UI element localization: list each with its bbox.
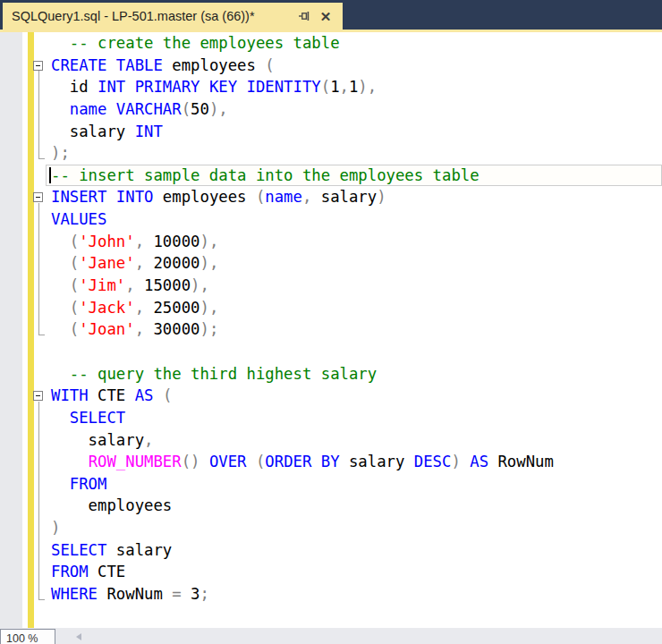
code-token: , xyxy=(135,320,144,338)
code-token: 25000 xyxy=(144,299,199,317)
code-line[interactable]: WHERE RowNum = 3; xyxy=(0,583,662,606)
code-line[interactable]: SELECT salary xyxy=(0,539,662,562)
code-line[interactable]: -- query the third highest salary xyxy=(0,363,662,386)
code-line[interactable]: INSERT INTO employees (name, salary) xyxy=(0,186,662,208)
fold-toggle-icon[interactable] xyxy=(33,61,43,71)
code-token: ), xyxy=(200,299,219,317)
scroll-left-arrow-icon[interactable] xyxy=(76,633,81,640)
code-token: CREATE TABLE xyxy=(51,56,163,74)
fold-toggle-icon[interactable] xyxy=(33,192,43,202)
fold-outline-bracket xyxy=(38,203,45,335)
code-token xyxy=(153,386,162,404)
code-token: FROM xyxy=(70,475,107,493)
code-token xyxy=(182,585,191,603)
code-token: ( xyxy=(51,233,79,250)
code-line[interactable]: ('Jane', 20000), xyxy=(0,252,662,275)
code-token: 1 xyxy=(349,78,358,96)
code-token: , xyxy=(302,188,311,206)
document-tab[interactable]: SQLQuery1.sql - LP-501.master (sa (66))*… xyxy=(3,3,343,30)
code-token: INT xyxy=(135,123,163,140)
code-token: employees xyxy=(163,56,265,74)
code-token: 15000 xyxy=(135,276,191,294)
code-token: salary xyxy=(106,541,172,559)
code-line[interactable]: ('Jack', 25000), xyxy=(0,297,662,319)
code-token: ROW_NUMBER xyxy=(89,453,182,470)
code-line[interactable]: SELECT xyxy=(0,407,662,429)
ssms-window: SQLQuery1.sql - LP-501.master (sa (66))*… xyxy=(0,0,662,644)
tab-bar: SQLQuery1.sql - LP-501.master (sa (66))*… xyxy=(0,0,662,30)
code-line[interactable]: -- create the employees table xyxy=(0,32,662,55)
code-editor[interactable]: -- create the employees tableCREATE TABL… xyxy=(0,32,662,628)
code-line[interactable]: ROW_NUMBER() OVER (ORDER BY salary DESC)… xyxy=(0,451,662,473)
code-line[interactable]: employees xyxy=(0,495,662,517)
code-line[interactable]: salary INT xyxy=(0,121,662,143)
code-token: ORDER BY xyxy=(265,453,339,470)
code-token: 'Jack' xyxy=(79,299,134,317)
code-token: AS xyxy=(135,386,154,404)
code-token xyxy=(247,453,256,470)
code-token: 'Jim' xyxy=(79,276,125,294)
code-token: 'John' xyxy=(79,233,134,250)
code-token: ( xyxy=(321,78,330,96)
code-line[interactable]: WITH CTE AS ( xyxy=(0,385,662,407)
code-token: salary xyxy=(340,453,414,470)
code-token: WHERE xyxy=(51,585,98,603)
code-token: SELECT xyxy=(51,541,106,559)
code-token: ( xyxy=(256,453,265,470)
code-token: FROM xyxy=(51,563,89,580)
code-token: 1 xyxy=(330,78,339,96)
code-token: id xyxy=(51,78,98,96)
code-token: employees xyxy=(51,496,172,514)
horizontal-scrollbar[interactable] xyxy=(56,629,662,644)
code-line[interactable]: ('Jim', 15000), xyxy=(0,275,662,297)
fold-outline-bracket xyxy=(38,402,45,600)
code-line[interactable] xyxy=(0,341,662,363)
code-token: ), xyxy=(200,233,219,250)
code-token xyxy=(199,453,208,470)
code-token: , xyxy=(135,254,144,272)
code-token: salary xyxy=(311,188,377,206)
pin-icon[interactable] xyxy=(296,8,312,24)
zoom-select[interactable]: 100 % xyxy=(0,629,55,644)
code-token: 50 xyxy=(191,100,209,118)
code-line[interactable]: salary, xyxy=(0,429,662,452)
code-token: ), xyxy=(358,78,377,96)
code-token: ; xyxy=(199,585,208,603)
code-token: ), xyxy=(209,100,228,118)
code-token: ( xyxy=(265,56,274,74)
code-line[interactable]: ); xyxy=(0,142,662,165)
tab-title: SQLQuery1.sql - LP-501.master (sa (66))* xyxy=(12,9,291,23)
code-token: ( xyxy=(163,386,172,404)
code-line[interactable]: ) xyxy=(0,517,662,539)
code-token: , xyxy=(135,233,144,250)
code-token: -- create the employees table xyxy=(51,34,340,52)
code-line[interactable]: FROM xyxy=(0,473,662,496)
code-token: VARCHAR xyxy=(116,100,182,118)
code-token: ), xyxy=(200,254,219,272)
code-token: SELECT xyxy=(70,409,125,427)
code-token: WITH xyxy=(51,386,89,404)
code-token: employees xyxy=(153,188,255,206)
code-line[interactable]: id INT PRIMARY KEY IDENTITY(1,1), xyxy=(0,76,662,98)
code-token: ), xyxy=(191,276,209,294)
code-token: INSERT INTO xyxy=(51,188,153,206)
code-token: , xyxy=(135,299,144,317)
code-line[interactable]: -- insert sample data into the employees… xyxy=(0,165,662,187)
code-line[interactable]: VALUES xyxy=(0,208,662,231)
code-line[interactable]: ('John', 10000), xyxy=(0,231,662,253)
fold-toggle-icon[interactable] xyxy=(33,391,43,401)
code-line[interactable]: CREATE TABLE employees ( xyxy=(0,55,662,77)
code-line[interactable]: ('Joan', 30000); xyxy=(0,318,662,341)
code-token: ); xyxy=(51,144,70,162)
code-token: -- query the third highest salary xyxy=(51,365,377,383)
code-token xyxy=(51,100,70,118)
code-token: 10000 xyxy=(144,233,199,250)
code-token: VALUES xyxy=(51,210,106,228)
code-token xyxy=(51,409,70,427)
code-line[interactable]: name VARCHAR(50), xyxy=(0,98,662,121)
code-line[interactable]: FROM CTE xyxy=(0,561,662,583)
code-token: ( xyxy=(51,320,79,338)
close-icon[interactable]: ✕ xyxy=(318,8,334,24)
code-token xyxy=(51,453,89,470)
code-token: INT PRIMARY KEY IDENTITY xyxy=(98,78,321,96)
